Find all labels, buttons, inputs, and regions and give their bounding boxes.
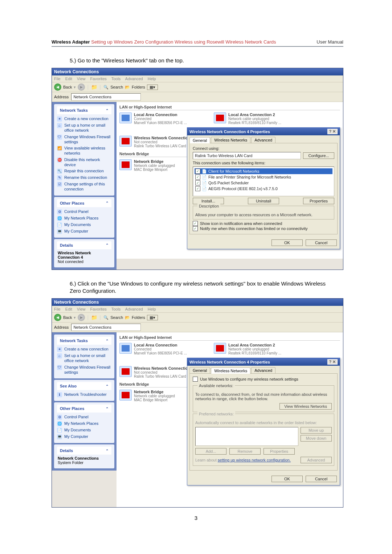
window-title: Network Connections	[54, 69, 99, 74]
tab-general[interactable]: General	[189, 367, 210, 373]
details-header[interactable]: Details⌃	[57, 241, 111, 249]
menu-edit[interactable]: Edit	[65, 307, 72, 311]
search-icon[interactable]: 🔍	[103, 315, 109, 320]
menu-tools[interactable]: Tools	[111, 77, 121, 81]
details-header[interactable]: Details⌃	[57, 447, 111, 455]
chevron-up-icon: ⌃	[106, 243, 109, 247]
help-close-buttons[interactable]: ? ✕	[327, 129, 338, 134]
checkbox-icon[interactable]: ✓	[195, 169, 200, 174]
sidebar-item[interactable]: 💻My Computer	[57, 228, 111, 235]
menu-view[interactable]: View	[77, 77, 86, 81]
menu-tools[interactable]: Tools	[111, 307, 121, 311]
sidebar-item[interactable]: 🌐My Network Places	[57, 420, 111, 427]
ok-button[interactable]: OK	[271, 239, 303, 246]
sidebar-item[interactable]: 🔧Repair this connection	[57, 168, 111, 175]
sidebar-item[interactable]: ✶Create a new connection	[57, 346, 111, 353]
brand-label: Wireless Adapter	[52, 39, 90, 45]
checkbox-icon[interactable]: ✓	[195, 186, 200, 191]
sidebar-item[interactable]: 🛡Change Windows Firewall settings	[57, 134, 111, 145]
sidebar-item[interactable]: ⌂Set up a home or small office network	[57, 122, 111, 134]
folders-icon[interactable]: 📂	[125, 85, 130, 90]
network-tasks-header[interactable]: Network Tasks⌃	[57, 337, 111, 345]
sidebar-item[interactable]: ⚙Control Panel	[57, 414, 111, 420]
sidebar-item[interactable]: ✶Create a new connection	[57, 116, 111, 122]
back-icon[interactable]: ◄	[54, 314, 61, 321]
checkbox-show-icon[interactable]: ✓	[193, 221, 198, 226]
menu-favorites[interactable]: Favorites	[90, 307, 107, 311]
back-label[interactable]: Back	[63, 85, 72, 89]
window-menubar: File Edit View Favorites Tools Advanced …	[52, 75, 343, 82]
tab-wireless-networks[interactable]: Wireless Networks	[211, 368, 250, 374]
network-tasks-header[interactable]: Network Tasks⌃	[57, 106, 111, 114]
details-name: Wireless Network Connection 4	[58, 251, 91, 259]
ok-button[interactable]: OK	[271, 476, 303, 482]
sidebar-item[interactable]: ⌂Set up a home or small office network	[57, 353, 111, 364]
menu-file[interactable]: File	[54, 77, 61, 81]
folders-icon[interactable]: 📂	[125, 315, 130, 320]
folders-label[interactable]: Folders	[132, 315, 145, 320]
checkbox-icon[interactable]: ✓	[195, 180, 200, 185]
search-label[interactable]: Search	[110, 85, 123, 89]
sidebar-item[interactable]: ☑Change settings of this connection	[57, 181, 111, 193]
search-icon[interactable]: 🔍	[103, 85, 109, 90]
connection-item[interactable]: Local Area Connection 2Network cable unp…	[214, 112, 297, 125]
checkbox-icon[interactable]: ✓	[195, 175, 200, 180]
views-button[interactable]: ▦▾	[147, 85, 158, 90]
back-icon[interactable]: ◄	[54, 83, 61, 91]
cancel-button[interactable]: Cancel	[306, 239, 337, 246]
up-folder-icon[interactable]: 📁	[91, 84, 97, 90]
other-places-header[interactable]: Other Places⌃	[57, 199, 111, 207]
config-link[interactable]: setting up wireless network configuratio…	[218, 458, 291, 462]
install-button[interactable]: Install...	[193, 198, 224, 204]
tab-general[interactable]: General	[189, 137, 210, 143]
sidebar-item[interactable]: 💻My Computer	[57, 434, 111, 440]
sidebar-item[interactable]: ⛔Disable this network device	[57, 157, 111, 168]
lan-section-title: LAN or High-Speed Internet	[119, 105, 340, 110]
sidebar-item[interactable]: 📄My Documents	[57, 222, 111, 228]
see-also-header[interactable]: See Also⌃	[57, 382, 111, 390]
menu-help[interactable]: Help	[148, 307, 156, 311]
dialog-title: Wireless Network Connection 4 Properties	[189, 360, 270, 364]
tab-wireless-networks[interactable]: Wireless Networks	[211, 137, 250, 143]
sidebar-item[interactable]: 📄My Documents	[57, 427, 111, 434]
sidebar-item[interactable]: ⚙Control Panel	[57, 209, 111, 215]
connection-item[interactable]: Local Area ConnectionConnectedMarvell Yu…	[119, 343, 203, 355]
connection-item[interactable]: Local Area ConnectionConnectedMarvell Yu…	[119, 112, 203, 125]
available-text: To connect to, disconnect from, or find …	[195, 392, 332, 401]
search-label[interactable]: Search	[110, 315, 123, 320]
checkbox-use-windows[interactable]	[193, 377, 198, 382]
address-value[interactable]: Network Connections	[73, 325, 111, 329]
menu-edit[interactable]: Edit	[65, 77, 72, 81]
sidebar-item[interactable]: ℹNetwork Troubleshooter	[57, 391, 111, 398]
menu-advanced[interactable]: Advanced	[125, 307, 143, 311]
details-status: System Folder	[58, 460, 83, 465]
other-places-header[interactable]: Other Places⌃	[57, 405, 111, 413]
items-listbox[interactable]: ✓📄Client for Microsoft Networks ✓📄File a…	[193, 167, 334, 196]
up-folder-icon[interactable]: 📁	[91, 315, 97, 320]
tab-advanced[interactable]: Advanced	[251, 367, 275, 373]
view-wireless-button[interactable]: View Wireless Networks	[279, 403, 332, 410]
address-value[interactable]: Network Connections	[73, 95, 111, 99]
sidebar-item[interactable]: 🛡Change Windows Firewall settings	[57, 364, 111, 376]
sidebar-item[interactable]: 📶View available wireless networks	[57, 145, 111, 157]
uninstall-button[interactable]: Uninstall	[248, 198, 279, 204]
cancel-button[interactable]: Cancel	[306, 476, 337, 482]
checkbox-notify[interactable]: ✓	[193, 226, 198, 231]
properties-button[interactable]: Properties	[303, 198, 334, 204]
home-icon: ⌂	[57, 123, 62, 128]
sidebar-item[interactable]: ✎Rename this connection	[57, 175, 111, 181]
help-close-buttons[interactable]: ? ✕	[327, 359, 338, 365]
views-button[interactable]: ▦▾	[147, 315, 158, 320]
menu-view[interactable]: View	[77, 307, 86, 311]
tab-advanced[interactable]: Advanced	[251, 137, 275, 143]
back-label[interactable]: Back	[63, 315, 72, 320]
sidebar-item[interactable]: 🌐My Network Places	[57, 215, 111, 222]
menu-favorites[interactable]: Favorites	[90, 77, 107, 81]
folders-label[interactable]: Folders	[132, 85, 145, 89]
menu-advanced[interactable]: Advanced	[125, 77, 143, 81]
properties-dialog: Wireless Network Connection 4 Properties…	[187, 127, 340, 249]
menu-help[interactable]: Help	[148, 77, 156, 81]
menu-file[interactable]: File	[54, 307, 61, 311]
connection-item[interactable]: Local Area Connection 2Network cable unp…	[214, 343, 297, 355]
configure-button[interactable]: Configure...	[303, 152, 334, 159]
